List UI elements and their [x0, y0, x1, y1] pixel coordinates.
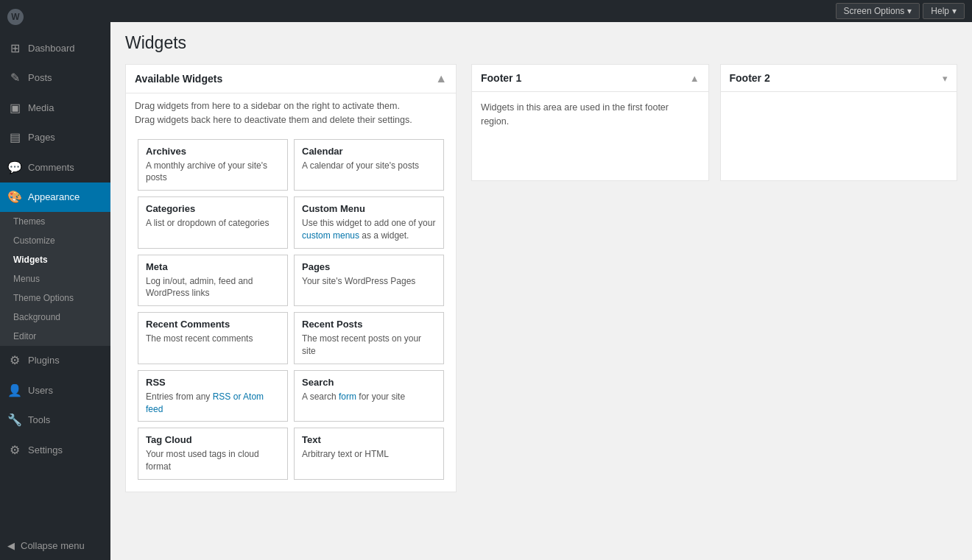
- sidebar-item-appearance[interactable]: 🎨 Appearance: [0, 182, 110, 212]
- sidebar-item-comments[interactable]: 💬 Comments: [0, 153, 110, 182]
- settings-icon: ⚙: [7, 442, 22, 458]
- widget-search-name: Search: [295, 371, 443, 391]
- posts-icon: ✎: [7, 70, 22, 86]
- footer2-title: Footer 2: [730, 72, 770, 84]
- topbar: Screen Options ▾ Help ▾: [110, 0, 972, 22]
- widget-archives[interactable]: Archives A monthly archive of your site'…: [138, 139, 288, 191]
- widget-pages[interactable]: Pages Your site's WordPress Pages: [294, 255, 444, 307]
- widget-recent-posts-desc: The most recent posts on your site: [295, 333, 443, 364]
- main-content: Widgets Available Widgets ▲ Drag widgets…: [110, 22, 972, 560]
- sidebar-item-posts[interactable]: ✎ Posts: [0, 63, 110, 93]
- content-row: Available Widgets ▲ Drag widgets from he…: [125, 64, 957, 492]
- widget-recent-comments[interactable]: Recent Comments The most recent comments: [138, 312, 288, 364]
- sidebar-item-plugins[interactable]: ⚙ Plugins: [0, 346, 110, 375]
- footer1-collapse-icon[interactable]: ▲: [690, 73, 700, 84]
- sidebar-item-theme-options[interactable]: Theme Options: [0, 288, 110, 308]
- pages-icon: ▤: [7, 130, 22, 146]
- rss-link[interactable]: RSS or Atom feed: [146, 391, 264, 414]
- help-chevron-icon: ▾: [952, 6, 957, 16]
- collapse-menu-button[interactable]: ◀ Collapse menu: [0, 531, 110, 560]
- footer1-header: Footer 1 ▲: [472, 65, 708, 92]
- widgets-grid: Archives A monthly archive of your site'…: [126, 136, 456, 492]
- footer1-panel: Footer 1 ▲ Widgets in this area are used…: [471, 64, 709, 181]
- widget-recent-posts[interactable]: Recent Posts The most recent posts on yo…: [294, 312, 444, 364]
- widget-search[interactable]: Search A search form for your site: [294, 370, 444, 422]
- users-icon: 👤: [7, 383, 22, 399]
- widget-archives-name: Archives: [138, 140, 287, 160]
- sidebar-item-menus[interactable]: Menus: [0, 269, 110, 288]
- widget-tag-cloud-desc: Your most used tags in cloud format: [138, 448, 287, 479]
- widget-custom-menu-desc: Use this widget to add one of your custo…: [295, 217, 443, 248]
- available-widgets-panel: Available Widgets ▲ Drag widgets from he…: [125, 64, 457, 492]
- widget-search-desc: A search form for your site: [295, 391, 443, 409]
- widget-meta-desc: Log in/out, admin, feed and WordPress li…: [138, 275, 287, 306]
- footer2-header: Footer 2 ▾: [721, 65, 957, 92]
- footer2-panel: Footer 2 ▾: [720, 64, 958, 181]
- sidebar: W ⊞ Dashboard ✎ Posts ▣ Media ▤ Pages 💬 …: [0, 0, 110, 560]
- appearance-submenu: Themes Customize Widgets Menus Theme Opt…: [0, 212, 110, 346]
- footer2-body: [721, 92, 957, 180]
- widget-categories[interactable]: Categories A list or dropdown of categor…: [138, 196, 288, 249]
- available-widgets-description: Drag widgets from here to a sidebar on t…: [126, 93, 456, 136]
- widget-rss-name: RSS: [138, 371, 287, 391]
- widget-tag-cloud[interactable]: Tag Cloud Your most used tags in cloud f…: [138, 428, 288, 480]
- widget-categories-desc: A list or dropdown of categories: [138, 217, 287, 235]
- help-button[interactable]: Help ▾: [923, 3, 965, 19]
- available-widgets-header: Available Widgets ▲: [126, 65, 456, 93]
- widget-archives-desc: A monthly archive of your site's posts: [138, 160, 287, 191]
- widget-recent-posts-name: Recent Posts: [295, 313, 443, 333]
- search-form-link[interactable]: form: [339, 391, 356, 402]
- sidebar-logo: W: [0, 0, 110, 34]
- available-widgets-collapse-icon[interactable]: ▲: [435, 72, 447, 85]
- page-title: Widgets: [125, 33, 957, 53]
- widget-pages-name: Pages: [295, 255, 443, 275]
- sidebar-item-editor[interactable]: Editor: [0, 327, 110, 346]
- sidebar-item-customize[interactable]: Customize: [0, 231, 110, 250]
- appearance-icon: 🎨: [7, 189, 22, 205]
- custom-menus-link[interactable]: custom menus: [302, 230, 359, 241]
- widget-pages-desc: Your site's WordPress Pages: [295, 275, 443, 294]
- wp-icon: W: [7, 9, 24, 25]
- screen-options-button[interactable]: Screen Options ▾: [836, 3, 920, 19]
- widget-custom-menu[interactable]: Custom Menu Use this widget to add one o…: [294, 196, 444, 249]
- sidebar-item-users[interactable]: 👤 Users: [0, 376, 110, 405]
- widget-categories-name: Categories: [138, 197, 287, 217]
- widget-calendar-desc: A calendar of your site's posts: [295, 160, 443, 178]
- widget-tag-cloud-name: Tag Cloud: [138, 428, 287, 448]
- widget-text[interactable]: Text Arbitrary text or HTML: [294, 428, 444, 480]
- widget-rss-desc: Entries from any RSS or Atom feed: [138, 391, 287, 422]
- collapse-icon: ◀: [7, 540, 15, 551]
- comments-icon: 💬: [7, 160, 22, 176]
- sidebar-item-themes[interactable]: Themes: [0, 212, 110, 231]
- sidebar-item-dashboard[interactable]: ⊞ Dashboard: [0, 34, 110, 63]
- footer1-title: Footer 1: [481, 72, 521, 84]
- footer2-collapse-icon[interactable]: ▾: [943, 73, 948, 84]
- widget-meta[interactable]: Meta Log in/out, admin, feed and WordPre…: [138, 255, 288, 307]
- widget-meta-name: Meta: [138, 255, 287, 275]
- widget-custom-menu-name: Custom Menu: [295, 197, 443, 217]
- widget-calendar-name: Calendar: [295, 140, 443, 160]
- widget-text-desc: Arbitrary text or HTML: [295, 448, 443, 467]
- sidebar-item-pages[interactable]: ▤ Pages: [0, 123, 110, 152]
- widget-rss[interactable]: RSS Entries from any RSS or Atom feed: [138, 370, 288, 422]
- sidebar-item-tools[interactable]: 🔧 Tools: [0, 405, 110, 435]
- widget-recent-comments-name: Recent Comments: [138, 313, 287, 333]
- footer1-body: Widgets in this area are used in the fir…: [472, 92, 708, 180]
- plugins-icon: ⚙: [7, 352, 22, 369]
- tools-icon: 🔧: [7, 412, 22, 428]
- sidebar-item-media[interactable]: ▣ Media: [0, 93, 110, 123]
- available-widgets-title: Available Widgets: [135, 73, 222, 85]
- dashboard-icon: ⊞: [7, 40, 22, 57]
- widget-text-name: Text: [295, 428, 443, 448]
- sidebar-item-background[interactable]: Background: [0, 308, 110, 327]
- sidebar-item-settings[interactable]: ⚙ Settings: [0, 436, 110, 465]
- footer-panels: Footer 1 ▲ Widgets in this area are used…: [471, 64, 957, 181]
- widget-calendar[interactable]: Calendar A calendar of your site's posts: [294, 139, 444, 191]
- screen-options-chevron-icon: ▾: [907, 6, 912, 16]
- widget-recent-comments-desc: The most recent comments: [138, 333, 287, 351]
- sidebar-item-widgets[interactable]: Widgets: [0, 250, 110, 269]
- media-icon: ▣: [7, 100, 22, 116]
